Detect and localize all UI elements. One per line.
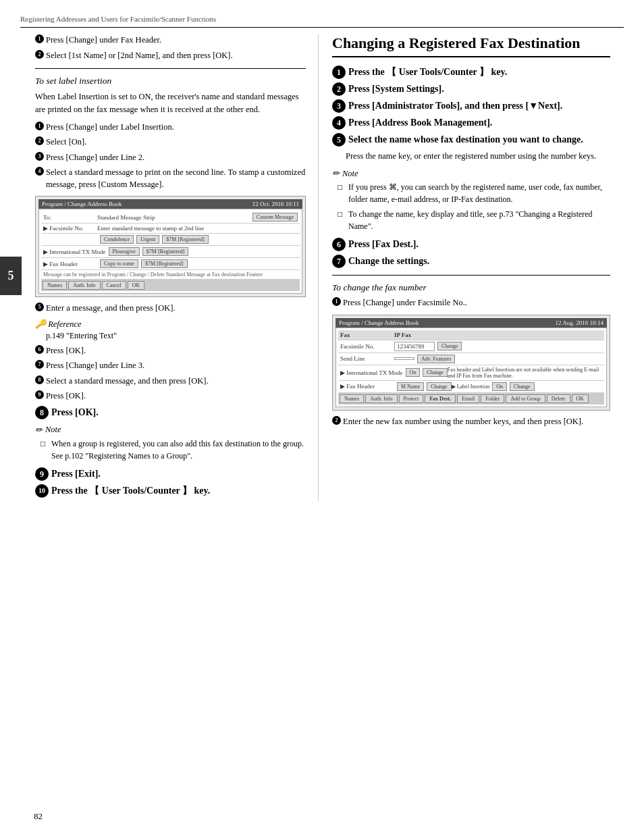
r-step-1: 1 Press the 【 User Tools/Counter 】 key.: [332, 66, 610, 79]
right-divider: [332, 275, 610, 276]
step-5: 5 Enter a message, and then press [OK].: [35, 303, 306, 315]
ss-inner: To: Standard Message Strip Custom Messag…: [38, 209, 302, 294]
circle-3: 3: [35, 152, 44, 161]
step-6: 6 Press [OK].: [35, 345, 306, 357]
ss-header: Program / Change Address Book 12 Oct. 20…: [38, 199, 302, 209]
ss-row: ▶ International TX Mode Pleasegive $7M […: [41, 246, 300, 258]
large-circle-9: 9: [35, 467, 49, 481]
ss-row: Condolence Urgent $7M [Registered]: [41, 234, 300, 246]
r-step4-text: Press [Address Book Management].: [348, 116, 492, 130]
large-circle-8: 8: [35, 406, 49, 419]
nav-ok[interactable]: OK: [128, 281, 145, 290]
circle-4: 4: [35, 167, 44, 176]
fax-ss-row-header2: ▶ Fax Header M Name Change ▶ Label Inser…: [338, 381, 604, 393]
step-text: Select [1st Name] or [2nd Name], and the…: [46, 50, 233, 62]
top-steps: 1 Press [Change] under Fax Header. 2 Sel…: [35, 34, 306, 61]
nav-names[interactable]: Names: [43, 281, 67, 290]
ref-text: p.149 "Entering Text": [35, 331, 306, 341]
circle-9: 9: [35, 390, 44, 399]
label-steps: 1 Press [Change] under Label Insertion. …: [35, 122, 306, 191]
page: Registering Addresses and Users for Facs…: [0, 0, 644, 834]
note-title: ✏ Note: [35, 425, 306, 436]
fax-ss-row-header: Fax IP Fax: [338, 330, 604, 340]
subsection-label-insertion: To set label insertion: [35, 76, 306, 86]
fax-ss-header: Program / Change Address Book 12 Aug. 20…: [336, 318, 607, 328]
circle-8: 8: [35, 375, 44, 384]
circle-5: 5: [35, 303, 44, 311]
large-step-8: 8 Press [OK].: [35, 406, 306, 419]
step-7: 7 Press [Change] under Line 3.: [35, 360, 306, 372]
step-text: Press [Change] under Fax Header.: [46, 34, 161, 47]
fax-nav-auth[interactable]: Auth. Info: [365, 394, 397, 403]
header-bar: Registering Addresses and Users for Facs…: [20, 14, 624, 28]
step-item: 2 Select [1st Name] or [2nd Name], and t…: [35, 50, 306, 62]
r-step7-text: Change the settings.: [348, 255, 429, 268]
step-text: Press [Change] under Label Insertion.: [46, 122, 174, 134]
r-step5-text: Select the name whose fax destination yo…: [348, 133, 583, 147]
r-circle-6: 6: [332, 238, 346, 251]
note-box: ✏ Note □ When a group is registered, you…: [35, 425, 306, 462]
label-step-4: 4 Select a standard message to print on …: [35, 167, 306, 190]
r-step6-text: Press [Fax Dest.].: [348, 238, 419, 251]
r-step-2: 2 Press [System Settings].: [332, 82, 610, 96]
fax-ss-row-intl: ▶ International TX Mode On Change Fax he…: [338, 365, 604, 381]
fax-ss-nav: Names Auth. Info Protect Fax Dest. Email…: [338, 393, 604, 405]
left-column: 1 Press [Change] under Fax Header. 2 Sel…: [22, 34, 319, 501]
fax-nav-protect[interactable]: Protect: [399, 394, 424, 403]
step6-text: Press [OK].: [46, 345, 86, 357]
chapter-tab: 5: [0, 257, 22, 295]
step-8: 8 Select a standard message, and then pr…: [35, 375, 306, 388]
fax-number-input[interactable]: 123456789: [394, 342, 435, 351]
nav-auth[interactable]: Auth. Info: [68, 281, 100, 290]
custom-msg-btn[interactable]: Custom Message: [252, 213, 298, 221]
fax-circle-2: 2: [332, 416, 341, 425]
r-circle-4: 4: [332, 116, 346, 130]
ref-title: 🔑 Reference: [35, 319, 306, 330]
r-circle-2: 2: [332, 82, 346, 96]
label-step-1: 1 Press [Change] under Label Insertion.: [35, 122, 306, 134]
fax-nav-ok[interactable]: OK: [572, 394, 589, 403]
step-text: Press [Change] under Line 2.: [46, 152, 144, 164]
step-circle-1: 1: [35, 34, 44, 43]
r-circle-1: 1: [332, 66, 346, 79]
ss-row: ▶ Fax Header Copy to come $7M [Registere…: [41, 258, 300, 270]
fax-nav-names[interactable]: Names: [340, 394, 364, 403]
fax-nav-email[interactable]: Email: [457, 394, 479, 403]
step-text: Select [On].: [46, 136, 86, 149]
r-step-6: 6 Press [Fax Dest.].: [332, 238, 610, 251]
right-note-title: ✏ Note: [332, 168, 610, 179]
large-step10-text: Press the 【 User Tools/Counter 】 key.: [51, 484, 210, 498]
fax-step1-text: Press [Change] under Facsimile No..: [343, 297, 467, 309]
step7-text: Press [Change] under Line 3.: [46, 360, 144, 372]
ss-row-note: Message can be registered in Program / C…: [41, 270, 300, 280]
step8-text: Select a standard message, and then pres…: [46, 375, 209, 388]
r-circle-7: 7: [332, 255, 346, 268]
change-fax-btn[interactable]: Change: [437, 342, 462, 350]
fax-ss-row-sendline: Send Line Adv. Features: [338, 353, 604, 365]
note-item-0: □ When a group is registered, you can al…: [35, 438, 306, 462]
r-step1-text: Press the 【 User Tools/Counter 】 key.: [348, 66, 507, 79]
fax-nav-folder[interactable]: Folder: [481, 394, 504, 403]
circle-7: 7: [35, 360, 44, 369]
large-step8-text: Press [OK].: [51, 406, 99, 419]
large-step9-text: Press [Exit].: [51, 467, 101, 481]
fax-nav-delete[interactable]: Delete: [547, 394, 570, 403]
r-step3-text: Press [Administrator Tools], and then pr…: [348, 99, 562, 113]
ss-row: To: Standard Message Strip Custom Messag…: [41, 211, 300, 224]
r-step-3: 3 Press [Administrator Tools], and then …: [332, 99, 610, 113]
fax-ss-row-no: Facsimile No. 123456789 Change: [338, 340, 604, 353]
circle-2: 2: [35, 136, 44, 145]
fax-nav-faxdest[interactable]: Fax Dest.: [425, 394, 456, 403]
right-note-box: ✏ Note □ If you press ⌘, you can search …: [332, 168, 610, 232]
r-step-7: 7 Change the settings.: [332, 255, 610, 268]
step-circle-2: 2: [35, 50, 44, 59]
header-text: Registering Addresses and Users for Facs…: [20, 15, 216, 23]
r-step-5: 5 Select the name whose fax destination …: [332, 133, 610, 147]
step5-text: Enter a message, and then press [OK].: [46, 303, 176, 315]
r-circle-5: 5: [332, 133, 346, 147]
content-area: 1 Press [Change] under Fax Header. 2 Sel…: [22, 34, 644, 501]
fax-nav-addgroup[interactable]: Add to Group: [506, 394, 545, 403]
ss-row: ▶ Facsimile No. Enter standard message t…: [41, 224, 300, 234]
nav-cancel[interactable]: Cancel: [102, 281, 126, 290]
fax-step-2: 2 Enter the new fax number using the num…: [332, 416, 610, 428]
